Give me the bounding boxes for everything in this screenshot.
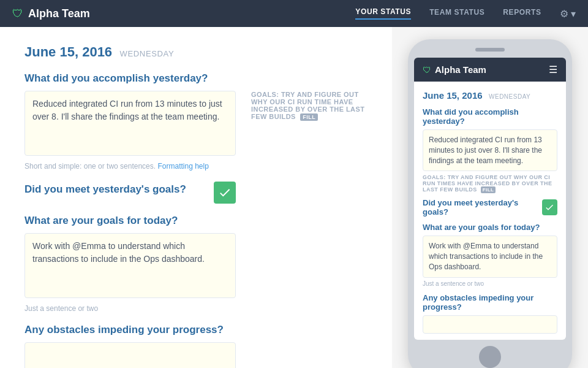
phone-logo: 🛡 Alpha Team: [423, 64, 486, 75]
phone-q3-label: What are your goals for today?: [423, 223, 557, 232]
q2-label: Did you meet yesterday's goals?: [24, 183, 186, 196]
phone-q3-hint: Just a sentence or two: [423, 280, 557, 287]
nav-your-status[interactable]: YOUR STATUS: [355, 7, 411, 20]
q1-hint-text: Short and simple: one or two sentences.: [24, 162, 156, 171]
formatting-help-link[interactable]: Formatting help: [157, 162, 208, 171]
q3-label: What are your goals for today?: [24, 215, 368, 227]
phone-met-check[interactable]: [542, 199, 557, 215]
q2-section: Did you meet yesterday's goals?: [24, 182, 236, 204]
q3-section: What are your goals for today? Just a se…: [24, 215, 368, 313]
phone-app-name: Alpha Team: [435, 64, 486, 75]
q4-section: Any obstacles impeding your progress? Le…: [24, 324, 368, 368]
main-content: June 15, 2016 WEDNESDAY What did you acc…: [0, 27, 588, 368]
phone-header: 🛡 Alpha Team ☰: [414, 58, 566, 82]
q1-section: What did you accomplish yesterday? GOALS…: [24, 72, 368, 171]
phone-date-main: June 15, 2016: [423, 90, 483, 101]
date-main: June 15, 2016: [24, 44, 112, 59]
settings-gear-icon[interactable]: ⚙ ▾: [560, 8, 576, 20]
main-nav: YOUR STATUS TEAM STATUS REPORTS ⚙ ▾: [355, 7, 576, 20]
phone-home-button[interactable]: [479, 346, 501, 368]
phone-speaker: [475, 48, 505, 52]
phone-goals-hint: GOALS: Try and figure out why our CI run…: [423, 174, 557, 193]
phone-device: 🛡 Alpha Team ☰ June 15, 2016 WEDNESDAY W…: [408, 39, 572, 368]
q4-input[interactable]: [24, 342, 236, 368]
phone-screen: 🛡 Alpha Team ☰ June 15, 2016 WEDNESDAY W…: [414, 58, 566, 340]
q1-input[interactable]: [24, 91, 236, 156]
phone-shield-icon: 🛡: [423, 65, 431, 75]
phone-q2-section: Did you meet yesterday's goals?: [423, 198, 557, 217]
nav-team-status[interactable]: TEAM STATUS: [429, 8, 484, 19]
phone-date: June 15, 2016 WEDNESDAY: [423, 90, 557, 101]
phone-q1-label: What did you accomplish yesterday?: [423, 107, 557, 126]
phone-q3-answer: Work with @Emma to understand which tran…: [423, 236, 557, 277]
nav-reports[interactable]: REPORTS: [503, 8, 541, 19]
q3-hint: Just a sentence or two: [24, 304, 368, 313]
fill-badge: FILL: [300, 113, 318, 121]
date-day: WEDNESDAY: [120, 49, 175, 58]
app-header: 🛡 Alpha Team YOUR STATUS TEAM STATUS REP…: [0, 0, 588, 27]
phone-q2-label: Did you meet yesterday's goals?: [423, 198, 542, 217]
q3-input[interactable]: [24, 233, 236, 298]
phone-fill-badge: FILL: [481, 186, 496, 193]
phone-content: June 15, 2016 WEDNESDAY What did you acc…: [414, 82, 566, 340]
phone-q4-answer: [423, 315, 557, 334]
app-name: Alpha Team: [28, 7, 90, 20]
q4-label: Any obstacles impeding your progress?: [24, 324, 368, 336]
shield-icon: 🛡: [12, 7, 23, 20]
form-panel: June 15, 2016 WEDNESDAY What did you acc…: [0, 27, 392, 368]
phone-date-day: WEDNESDAY: [489, 93, 530, 100]
q1-hint: Short and simple: one or two sentences. …: [24, 162, 368, 171]
phone-preview: 🛡 Alpha Team ☰ June 15, 2016 WEDNESDAY W…: [392, 27, 588, 368]
phone-menu-icon[interactable]: ☰: [549, 64, 557, 75]
met-goals-check[interactable]: [214, 182, 236, 204]
date-heading: June 15, 2016 WEDNESDAY: [24, 44, 368, 60]
logo: 🛡 Alpha Team: [12, 7, 90, 20]
phone-q1-answer: Reduced integrated CI run from 13 minute…: [423, 129, 557, 171]
q1-label: What did you accomplish yesterday?: [24, 72, 368, 85]
goals-aside: GOALS: Try and figure out why our CI run…: [251, 91, 368, 121]
phone-q4-label: Any obstacles impeding your progress?: [423, 293, 557, 312]
